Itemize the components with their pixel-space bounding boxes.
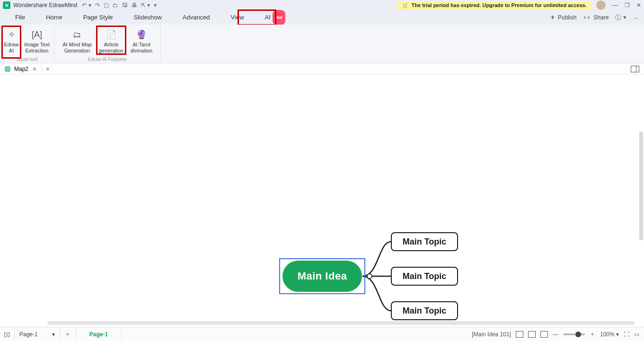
app-title: Wondershare EdrawMind: [13, 2, 77, 9]
open-icon[interactable]: 🗀: [113, 2, 118, 9]
node-status: [Main Idea 101]: [472, 331, 511, 338]
menu-view[interactable]: View: [221, 10, 255, 25]
tarot-icon: 🔮: [136, 29, 147, 40]
edraw-ai-line2: AI: [9, 48, 14, 54]
image-text-extraction-button[interactable]: [A] Image Text Extraction: [21, 27, 53, 54]
collapse-ribbon-icon[interactable]: ︿: [633, 13, 639, 22]
mindmap-line2: Generation: [64, 48, 90, 54]
title-bar: ✕ Wondershare EdrawMind ↶ ▾ ↷ ▢ 🗀 🖫 🖶 ⇱ …: [0, 0, 644, 10]
menu-file[interactable]: File: [5, 10, 35, 25]
save-icon[interactable]: 🖫: [122, 2, 128, 9]
topic-node-2[interactable]: Main Topic: [391, 267, 458, 286]
tarot-line1: AI Tarot: [132, 42, 150, 48]
minimize-icon[interactable]: —: [612, 2, 618, 9]
topic-node-3[interactable]: Main Topic: [391, 301, 458, 320]
export-icon[interactable]: ⇱ ▾: [141, 2, 150, 9]
publish-label: Publish: [558, 14, 576, 21]
image-text-icon: [A]: [32, 29, 42, 40]
status-bar: ▯▯ Page-1 ▾ ＋ Page-1 [Main Idea 101] — ＋…: [0, 327, 644, 341]
print-icon[interactable]: 🖶: [132, 2, 137, 9]
page-selector[interactable]: Page-1 ▾: [15, 327, 60, 341]
page-selector-label: Page-1: [19, 331, 38, 338]
document-tabs: Map2 ✕ ＋: [0, 63, 644, 75]
edraw-ai-line1: Edraw: [4, 42, 18, 48]
expand-handle-icon[interactable]: [367, 273, 372, 279]
undo-icon[interactable]: ↶ ▾: [82, 2, 91, 9]
share-label: Share: [593, 14, 609, 21]
side-panel-toggle-icon[interactable]: [631, 66, 639, 72]
page-tab-1[interactable]: Page-1: [76, 327, 122, 341]
doc-tab-label: Map2: [14, 66, 28, 72]
qa-more-icon[interactable]: ▾: [154, 2, 157, 9]
collapse-pane-icon[interactable]: ▭: [634, 331, 639, 338]
menu-bar: File Home Page Style Slideshow Advanced …: [0, 10, 644, 25]
close-icon[interactable]: ✕: [636, 2, 641, 9]
fit-screen-icon[interactable]: [540, 331, 548, 338]
hot-badge: Hot: [273, 10, 285, 25]
menu-advanced[interactable]: Advanced: [172, 10, 221, 25]
doc-tab-map2[interactable]: Map2 ✕: [0, 63, 42, 74]
share-button[interactable]: ∘∘ Share: [583, 14, 609, 21]
imgtext-line1: Image Text: [24, 42, 50, 48]
zoom-out-icon[interactable]: —: [553, 331, 558, 338]
menu-slideshow[interactable]: Slideshow: [124, 10, 172, 25]
article-ai-icon: 📄: [106, 29, 116, 40]
zoom-level[interactable]: 100% ▾: [600, 331, 619, 338]
topic-node-1[interactable]: Main Topic: [391, 232, 458, 251]
publish-button[interactable]: ✈ Publish: [550, 14, 576, 21]
ribbon: ✧ Edraw AI [A] Image Text Extraction Sma…: [0, 25, 644, 63]
menu-home[interactable]: Home: [35, 10, 73, 25]
share-icon: ∘∘: [583, 14, 591, 21]
view-layout-icon[interactable]: [516, 331, 523, 338]
cart-icon: 🛒: [402, 2, 409, 9]
ai-tarot-button[interactable]: 🔮 AI Tarot divination: [126, 27, 157, 54]
mindmap-line1: AI Mind Map: [62, 42, 92, 48]
doc-tab-close-icon[interactable]: ✕: [32, 66, 37, 72]
trial-banner[interactable]: 🛒 The trial period has expired. Upgrade …: [397, 1, 592, 9]
imgtext-line2: Extraction: [26, 48, 49, 54]
horizontal-scrollbar[interactable]: [47, 321, 635, 325]
tarot-line2: divination: [131, 48, 152, 54]
zoom-in-icon[interactable]: ＋: [590, 330, 595, 338]
add-page-button[interactable]: ＋: [60, 327, 76, 341]
edraw-ai-button[interactable]: ✧ Edraw AI: [1, 27, 21, 54]
trial-text: The trial period has expired. Upgrade to…: [412, 2, 587, 8]
doc-icon: [5, 66, 10, 72]
menu-page-style[interactable]: Page Style: [73, 10, 124, 25]
publish-icon: ✈: [550, 14, 555, 21]
fullscreen-icon[interactable]: ⛶: [624, 331, 629, 338]
canvas[interactable]: Main Idea Main Topic Main Topic Main Top…: [0, 75, 644, 327]
ai-mind-map-button[interactable]: 🗂 AI Mind Map Generation: [58, 27, 96, 54]
article-line2: generation: [99, 48, 124, 54]
menu-ai-label: AI: [265, 10, 271, 25]
maximize-icon[interactable]: ❐: [625, 2, 630, 9]
add-tab-button[interactable]: ＋: [42, 65, 53, 73]
view-page-icon[interactable]: [528, 331, 536, 338]
menu-ai[interactable]: AI Hot: [255, 10, 296, 25]
redo-icon[interactable]: ↷: [95, 2, 100, 9]
ribbon-group-smart-tool: Smart tool: [16, 57, 38, 63]
vertical-scrollbar[interactable]: [639, 131, 643, 240]
new-icon[interactable]: ▢: [104, 2, 109, 9]
quick-access-toolbar: ↶ ▾ ↷ ▢ 🗀 🖫 🖶 ⇱ ▾ ▾: [82, 2, 157, 9]
article-generation-button[interactable]: 📄 Article generation: [96, 27, 126, 54]
avatar[interactable]: [596, 0, 606, 10]
sparkle-icon: ✧: [6, 29, 17, 40]
outline-view-icon[interactable]: ▯▯: [4, 331, 10, 338]
mindmap-ai-icon: 🗂: [72, 29, 82, 40]
ribbon-group-ai-features: Edraw AI Features: [88, 57, 127, 63]
central-node[interactable]: Main Idea: [282, 261, 362, 292]
help-icon[interactable]: ⓘ ▾: [615, 13, 626, 22]
chevron-down-icon: ▾: [52, 331, 55, 338]
article-line1: Article: [104, 42, 119, 48]
zoom-slider[interactable]: [563, 333, 585, 335]
app-logo-icon: ✕: [3, 1, 10, 9]
